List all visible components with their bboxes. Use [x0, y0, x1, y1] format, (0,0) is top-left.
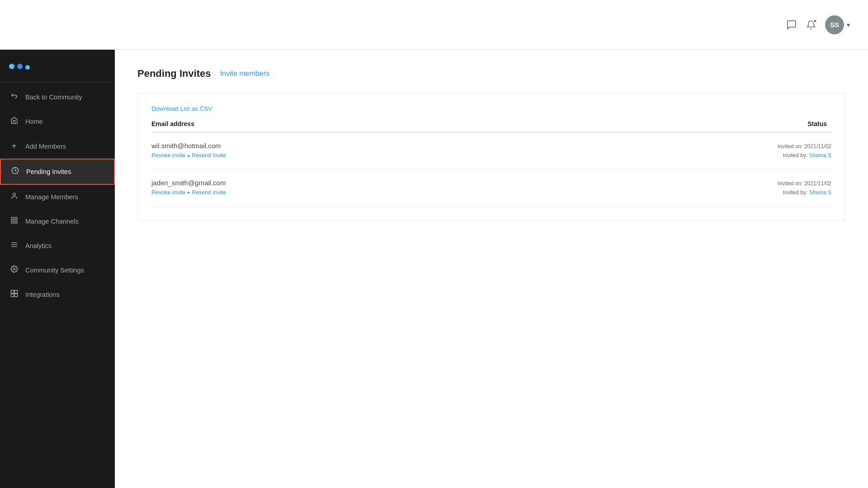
sidebar-item-manage-channels[interactable]: Manage Channels [0, 209, 115, 234]
sidebar-label-manage-members: Manage Members [25, 193, 78, 201]
resend-invite-link-2[interactable]: Resend invite [192, 189, 226, 196]
inviter-link-2[interactable]: Shama S [809, 189, 831, 196]
home-icon [9, 117, 19, 127]
add-icon: + [9, 141, 19, 151]
sidebar-item-back-to-community[interactable]: Back to Community [0, 84, 115, 109]
download-csv-link[interactable]: Download List as CSV [151, 105, 212, 112]
col-email-header: Email address [151, 120, 194, 127]
sidebar-item-home[interactable]: Home [0, 109, 115, 134]
sidebar-divider [0, 82, 115, 83]
sidebar: Back to Community Home + Add Members Pen… [0, 50, 115, 488]
invite-status-2: Invited on: 2021/11/02 Invited by: Shama… [778, 179, 831, 197]
invite-email-2: jaden_smith@gmail.com [151, 179, 226, 187]
invite-status-1: Invited on: 2021/11/02 Invited by: Shama… [778, 142, 831, 160]
svg-point-1 [13, 193, 15, 196]
top-bar: SS ▾ [0, 0, 868, 50]
invite-info-1: wil.smith@hotmail.com Revoke invite ● Re… [151, 142, 226, 159]
sidebar-label-pending: Pending Invites [26, 168, 71, 175]
action-dot-1: ● [187, 153, 190, 158]
svg-rect-3 [14, 217, 17, 220]
col-status-header: Status [807, 120, 831, 127]
sidebar-label-home: Home [25, 118, 43, 125]
svg-rect-11 [14, 290, 17, 293]
red-arrow-annotation [0, 169, 2, 175]
sidebar-item-add-members[interactable]: + Add Members [0, 134, 115, 159]
sidebar-label-back: Back to Community [25, 94, 82, 101]
sidebar-label-integrations: Integrations [25, 291, 60, 298]
page-title: Pending Invites [137, 68, 211, 80]
inviter-link-1[interactable]: Shama S [809, 152, 831, 159]
invited-on-1: Invited on: 2021/11/02 [778, 142, 831, 151]
sidebar-item-community-settings[interactable]: Community Settings [0, 258, 115, 282]
sidebar-item-integrations[interactable]: Integrations [0, 282, 115, 307]
sidebar-item-manage-members[interactable]: Manage Members [0, 185, 115, 209]
invite-actions-2: Revoke invite ● Resend invite [151, 189, 226, 196]
chevron-down-icon: ▾ [847, 21, 850, 28]
invited-on-2: Invited on: 2021/11/02 [778, 179, 831, 188]
svg-rect-4 [11, 221, 14, 223]
notification-bell-button[interactable] [806, 20, 816, 30]
sidebar-logo [0, 54, 115, 80]
invite-actions-1: Revoke invite ● Resend invite [151, 152, 226, 159]
sidebar-label-community-settings: Community Settings [25, 267, 84, 274]
svg-point-9 [13, 268, 15, 270]
manage-members-icon [9, 192, 19, 202]
pending-icon [10, 167, 20, 177]
logo-dot-1 [9, 64, 14, 69]
page-header: Pending Invites Invite members [137, 68, 845, 80]
invite-info-2: jaden_smith@gmail.com Revoke invite ● Re… [151, 179, 226, 196]
sidebar-label-add: Add Members [25, 143, 66, 150]
notification-dot [813, 19, 817, 23]
invite-email-1: wil.smith@hotmail.com [151, 142, 226, 150]
table-header: Email address Status [151, 120, 831, 133]
svg-rect-13 [14, 294, 17, 296]
action-dot-2: ● [187, 190, 190, 195]
table-row: wil.smith@hotmail.com Revoke invite ● Re… [151, 133, 831, 170]
svg-rect-12 [11, 294, 14, 296]
manage-channels-icon [9, 216, 19, 226]
revoke-invite-link-1[interactable]: Revoke invite [151, 152, 185, 159]
main-content: Pending Invites Invite members Download … [115, 50, 868, 488]
main-layout: Back to Community Home + Add Members Pen… [0, 50, 868, 488]
chat-icon-button[interactable] [786, 19, 797, 30]
user-avatar-button[interactable]: SS ▾ [825, 15, 850, 34]
sidebar-label-manage-channels: Manage Channels [25, 218, 79, 225]
svg-rect-2 [11, 217, 14, 220]
invited-by-2: Invited by: Shama S [778, 188, 831, 197]
invite-members-link[interactable]: Invite members [220, 70, 269, 78]
svg-rect-5 [14, 221, 17, 223]
top-bar-icons: SS ▾ [786, 15, 850, 34]
table-row: jaden_smith@gmail.com Revoke invite ● Re… [151, 170, 831, 207]
revoke-invite-link-2[interactable]: Revoke invite [151, 189, 185, 196]
integrations-icon [9, 290, 19, 300]
back-icon [9, 92, 19, 102]
analytics-icon [9, 241, 19, 251]
invites-card: Download List as CSV Email address Statu… [137, 93, 845, 221]
avatar: SS [825, 15, 844, 34]
settings-icon [9, 265, 19, 275]
logo-dot-3 [25, 65, 30, 70]
sidebar-item-pending-invites[interactable]: Pending Invites [0, 159, 115, 185]
logo-dot-2 [17, 64, 23, 69]
resend-invite-link-1[interactable]: Resend invite [192, 152, 226, 159]
invited-by-1: Invited by: Shama S [778, 151, 831, 160]
sidebar-label-analytics: Analytics [25, 242, 52, 249]
sidebar-item-analytics[interactable]: Analytics [0, 234, 115, 258]
svg-rect-10 [11, 290, 14, 293]
